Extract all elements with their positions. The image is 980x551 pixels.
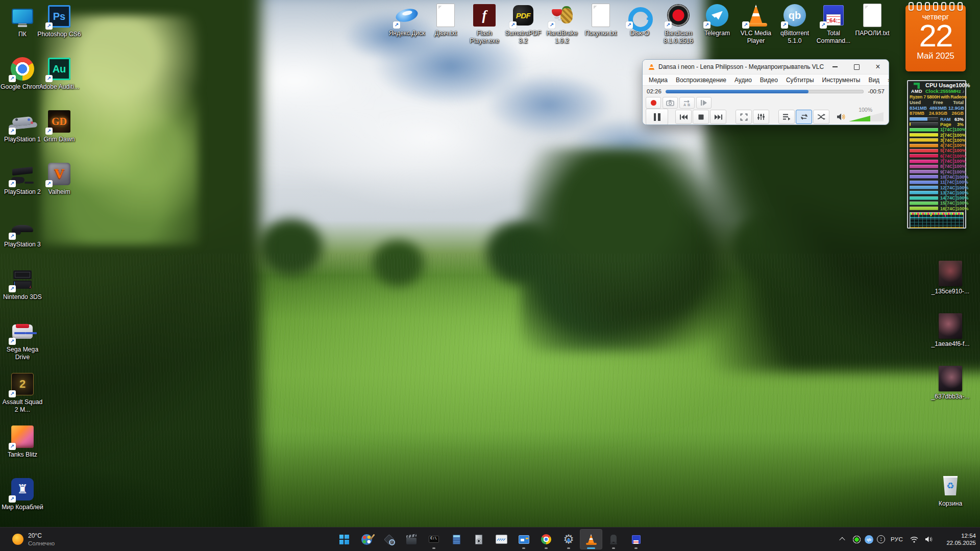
settings-app[interactable]: [557, 529, 580, 549]
photoshop-icon: Ps ↗: [47, 4, 71, 29]
maximize-button[interactable]: [846, 60, 867, 74]
disk-o-tray-icon[interactable]: :: [877, 535, 885, 543]
desktop-icon-label: Valheim: [48, 188, 70, 196]
desktop-icon-label: Grim Dawn: [44, 136, 75, 143]
desktop-icon-label: PlayStation 2: [4, 188, 41, 196]
presentation-app[interactable]: [512, 529, 535, 549]
desktop-icon[interactable]: ♜ ↗ Мир Кораблей: [0, 477, 45, 530]
desktop-icon[interactable]: Ps ↗ Photoshop CS6: [37, 4, 82, 57]
loop-button[interactable]: [796, 110, 812, 124]
image-file-icon-2: [938, 314, 963, 338]
weather-widget[interactable]: 20°C Солнечно: [8, 528, 59, 551]
desktop-icon[interactable]: ↗ Telegram: [698, 3, 737, 45]
snapshot-button[interactable]: [663, 97, 678, 109]
menu-item[interactable]: »: [884, 77, 889, 84]
frame-step-button[interactable]: [696, 97, 712, 109]
tag-editor-app[interactable]: [378, 529, 400, 549]
ab-loop-button[interactable]: AB: [679, 97, 695, 109]
cpu-history-graph: [910, 212, 964, 229]
commander-app[interactable]: [625, 529, 647, 549]
calculator-app[interactable]: [445, 529, 468, 549]
minimize-button[interactable]: [824, 60, 846, 74]
vlc-titlebar[interactable]: Dansa i neon - Lena Philipsson - Медиапр…: [643, 60, 889, 74]
vlc-app[interactable]: [580, 529, 602, 549]
desktop-icon[interactable]: GD ↗ Grim Dawn: [37, 109, 82, 162]
audio-player-app[interactable]: [468, 529, 490, 549]
ab-loop-icon: AB: [683, 99, 691, 107]
pause-button[interactable]: [646, 109, 668, 125]
menu-item[interactable]: Аудио: [730, 77, 756, 84]
desktop-icon[interactable]: _1aeae4f6-f...: [928, 314, 973, 366]
language-indicator[interactable]: РУС: [889, 536, 905, 542]
cpu-meter-row: 7[74C] 100%: [910, 159, 964, 164]
desktop-icon[interactable]: ↗ Яндекс.Диск: [387, 3, 426, 45]
close-button[interactable]: ×: [867, 60, 889, 74]
seek-bar[interactable]: [666, 90, 864, 93]
record-button[interactable]: [646, 97, 661, 109]
shortcut-arrow-icon: ↗: [9, 128, 16, 135]
previous-button[interactable]: [675, 110, 692, 124]
desktop-icon[interactable]: ↗ Tanks Blitz: [0, 424, 45, 477]
menu-item[interactable]: Воспроизведение: [672, 77, 730, 84]
recycle-bin[interactable]: ♻ Корзина: [928, 473, 973, 508]
volume-control[interactable]: 100%: [837, 112, 886, 121]
volume-slider[interactable]: [849, 112, 884, 121]
volume-tray-icon[interactable]: [923, 532, 935, 547]
fullscreen-icon: [740, 113, 748, 121]
video-editor-app[interactable]: [400, 529, 423, 549]
playlist-button[interactable]: [778, 110, 795, 124]
qbittorrent-tray-icon[interactable]: qb: [865, 535, 873, 544]
desktop-icon[interactable]: Двач.txt: [426, 3, 465, 45]
calendar-month: Май 2025: [917, 51, 954, 61]
menu-item[interactable]: Субтитры: [782, 77, 818, 84]
desktop-icon[interactable]: V ↗ Valheim: [37, 162, 82, 214]
desktop-icon[interactable]: ↗ Bandicam 8.1.0.2516: [659, 3, 698, 45]
menu-item[interactable]: Вид: [864, 77, 884, 84]
desktop-icon[interactable]: _637dbb3a-...: [928, 366, 973, 419]
desktop-icon-label: _1aeae4f6-f...: [931, 340, 969, 348]
wifi-icon[interactable]: [909, 532, 920, 547]
desktop-icon[interactable]: Au ↗ Adobe Auditi...: [37, 57, 82, 109]
desktop-icon[interactable]: ↗ VLC Media Player: [737, 3, 775, 45]
desktop-icon[interactable]: 2 ↗ Assault Squad 2 M...: [0, 372, 45, 424]
desktop-icon[interactable]: PDF ↗ SumatraPDF 3.2: [504, 3, 543, 45]
desktop-icon[interactable]: : ↗ Disk-O: [620, 3, 659, 45]
equalizer-button[interactable]: [753, 110, 769, 124]
start-button[interactable]: [333, 529, 355, 549]
chrome-icon: ↗: [10, 57, 35, 81]
shuffle-button[interactable]: [813, 110, 829, 124]
desktop-icon[interactable]: Покупки.txt: [581, 3, 620, 45]
fullscreen-button[interactable]: [736, 110, 752, 124]
desktop-icon[interactable]: 64: ↗ Total Command...: [814, 3, 853, 45]
playlist-icon: [782, 113, 791, 120]
shortcut-arrow-icon: ↗: [393, 21, 400, 29]
stop-button[interactable]: [693, 110, 709, 124]
meter-bar: [910, 144, 938, 147]
terminal-app[interactable]: [423, 529, 445, 549]
menu-item[interactable]: Инструменты: [818, 77, 865, 84]
desktop-icon[interactable]: _135ce910-...: [928, 261, 973, 314]
menu-item[interactable]: Видео: [756, 77, 782, 84]
meter-bar: [910, 160, 938, 163]
seek-fill: [666, 90, 808, 93]
clock[interactable]: 12:54 22.05.2025: [938, 532, 976, 546]
desktop-icon[interactable]: ↗ PlayStation 3: [0, 214, 45, 267]
desktop-icon[interactable]: ↗ Sega Mega Drive: [0, 319, 45, 372]
paint-app[interactable]: [355, 529, 378, 549]
game-app[interactable]: [602, 529, 625, 549]
tray-chevron-up-icon[interactable]: [836, 532, 849, 547]
chrome-app[interactable]: [535, 529, 557, 549]
next-button[interactable]: [710, 110, 726, 124]
meter-bar: [910, 207, 938, 210]
cpu-meter-row: 3[74C] 100%: [910, 138, 964, 143]
desktop-icon[interactable]: qb ↗ qBittorrent 5.1.0: [775, 3, 814, 45]
monitor-app[interactable]: [490, 529, 512, 549]
desktop-icon[interactable]: ↗ Nintendo 3DS: [0, 267, 45, 319]
desktop-icon[interactable]: f Flash Player.exe: [465, 3, 504, 45]
desktop-icon[interactable]: ↗ HandBrake 1.9.2: [543, 3, 581, 45]
amd-logo: AMD: [910, 83, 924, 94]
desktop-icon-label: ПК: [18, 31, 27, 38]
desktop-icon[interactable]: ПАРОЛИ.txt: [853, 3, 892, 45]
bandicam-tray-icon[interactable]: [852, 535, 861, 544]
menu-item[interactable]: Медиа: [645, 77, 672, 84]
